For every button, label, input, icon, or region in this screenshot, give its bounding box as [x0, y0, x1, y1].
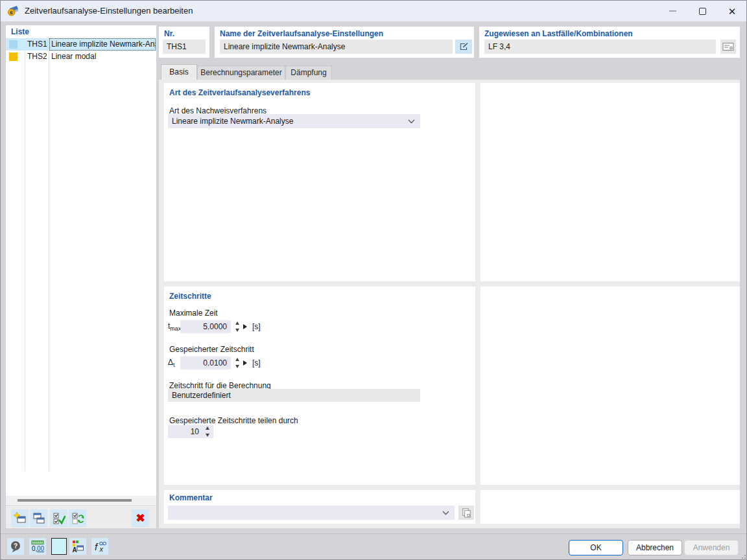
maximize-button[interactable] [687, 1, 717, 21]
analysis-section-title: Art des Zeitverlaufsanalyseverfahrens [169, 88, 310, 97]
list-item-name: Lineare implizite Newmark-Analyse [49, 38, 156, 51]
cancel-button[interactable]: Abbrechen [628, 540, 682, 555]
nr-panel: Nr. THS1 [159, 27, 209, 58]
copy-comment-button[interactable] [458, 506, 474, 520]
spin-up-icon [206, 426, 209, 430]
copy-item-icon [32, 512, 45, 525]
preview-panel-top [480, 83, 740, 281]
method-dropdown[interactable]: Lineare implizite Newmark-Analyse [168, 114, 420, 128]
assigned-panel: Zugewiesen an Lastfälle/Kombinationen LF… [479, 27, 740, 58]
column-divider [49, 38, 49, 471]
preview-panel-bottom [480, 490, 740, 524]
apply-button[interactable]: Anwenden [684, 540, 739, 555]
nr-label: Nr. [164, 29, 174, 38]
column-divider [25, 38, 25, 471]
resize-grip[interactable] [739, 552, 746, 559]
invert-selection-icon [71, 512, 84, 525]
comment-section-title: Kommentar [169, 493, 213, 502]
display-properties-button[interactable]: A [69, 538, 86, 555]
svg-text:x: x [99, 545, 104, 553]
units-ruler-icon: 0, 00 [30, 540, 45, 553]
svg-text:A: A [73, 546, 77, 554]
load-cases-icon [722, 42, 734, 51]
calc-step-field[interactable]: Benutzerdefiniert [168, 389, 420, 402]
minimize-button[interactable] [658, 1, 687, 21]
spin-up-icon [235, 321, 239, 325]
svg-text:f: f [95, 541, 99, 552]
dt-spinner[interactable] [234, 358, 240, 368]
svg-text:00: 00 [37, 545, 45, 552]
max-time-label: Maximale Zeit [169, 309, 218, 318]
window-title: Zeitverlaufsanalyse-Einstellungen bearbe… [25, 1, 193, 21]
edit-name-button[interactable] [455, 40, 472, 54]
method-dropdown-value: Lineare implizite Newmark-Analyse [172, 117, 293, 126]
display-properties-icon: A [71, 540, 84, 553]
tmax-spinner[interactable] [234, 321, 240, 332]
maximize-icon [699, 8, 706, 15]
spin-down-icon [206, 434, 209, 437]
dt-detail-arrow-icon[interactable] [243, 360, 247, 366]
invert-selection-button[interactable] [69, 509, 86, 527]
preview-panel-middle [480, 286, 740, 485]
list-item-ths1[interactable]: THS1 Lineare implizite Newmark-Analyse [6, 38, 156, 51]
chevron-down-icon [442, 511, 449, 515]
list-toolbar: ✖ [6, 505, 156, 528]
saved-step-label: Gespeicherter Zeitschritt [169, 345, 254, 354]
list-header: Liste [11, 27, 29, 36]
tab-berechnungsparameter[interactable]: Berechnungsparameter [197, 65, 285, 80]
divide-label: Gespeicherte Zeitschritte teilen durch [169, 416, 298, 425]
fx-glasses-icon: f x [93, 540, 106, 553]
tab-daempfung[interactable]: Dämpfung [285, 65, 332, 80]
new-item-button[interactable] [11, 509, 29, 527]
nr-field[interactable]: THS1 [163, 40, 206, 54]
list-horizontal-scrollbar[interactable] [6, 496, 156, 504]
name-field[interactable]: Lineare implizite Newmark-Analyse [220, 40, 453, 54]
dialog-window: 6 Zeitverlaufsanalyse-Einstellungen bear… [0, 0, 747, 560]
edit-pencil-icon [458, 41, 469, 52]
title-bar: 6 Zeitverlaufsanalyse-Einstellungen bear… [1, 1, 747, 21]
dt-symbol: Δt [168, 358, 175, 368]
color-swatch [9, 52, 18, 61]
footer-bar: ? 0, 00 A f [1, 533, 747, 560]
tmax-detail-arrow-icon[interactable] [243, 324, 247, 329]
comment-combobox[interactable] [168, 506, 455, 520]
name-panel: Name der Zeitverlaufsanalyse-Einstellung… [215, 27, 474, 58]
units-settings-button[interactable]: 0, 00 [29, 538, 46, 555]
delete-item-button[interactable]: ✖ [132, 509, 149, 527]
timesteps-section-title: Zeitschritte [169, 292, 211, 301]
copy-pages-icon [461, 508, 472, 519]
svg-text:6: 6 [10, 10, 13, 16]
svg-text:?: ? [14, 542, 18, 550]
close-button[interactable]: ✕ [717, 1, 747, 21]
scrollbar-thumb[interactable] [18, 499, 132, 502]
spin-up-icon [235, 358, 239, 361]
tab-basis[interactable]: Basis [161, 64, 197, 80]
list-item-name: Linear modal [49, 51, 156, 63]
help-balloon-icon: ? [9, 540, 22, 553]
list-item-ths2[interactable]: THS2 Linear modal [6, 51, 156, 63]
divide-spinner[interactable] [204, 426, 210, 437]
spin-down-icon [235, 329, 239, 332]
tmax-input[interactable]: 5.0000 [180, 320, 231, 333]
tmax-unit: [s] [252, 322, 261, 331]
delete-icon: ✖ [136, 513, 145, 524]
formula-button[interactable]: f x [91, 538, 108, 555]
select-all-button[interactable] [50, 509, 67, 527]
timesteps-section: Zeitschritte Maximale Zeit tmax 5.0000 [… [164, 286, 475, 485]
select-all-icon [53, 512, 65, 525]
help-button[interactable]: ? [7, 538, 24, 555]
color-swatch [9, 40, 18, 49]
assigned-field[interactable]: LF 3,4 [484, 40, 716, 54]
color-scheme-button[interactable] [51, 538, 67, 555]
assigned-list-button[interactable] [720, 40, 736, 54]
minimize-icon [669, 10, 676, 12]
dt-unit: [s] [252, 358, 261, 368]
dt-input[interactable]: 0.0100 [180, 356, 231, 369]
name-label: Name der Zeitverlaufsanalyse-Einstellung… [220, 29, 383, 38]
list-item-id: THS1 [27, 40, 47, 49]
new-item-icon [14, 512, 27, 525]
copy-item-button[interactable] [30, 509, 47, 527]
spin-down-icon [235, 365, 239, 368]
chevron-down-icon [408, 119, 415, 124]
ok-button[interactable]: OK [569, 540, 623, 555]
